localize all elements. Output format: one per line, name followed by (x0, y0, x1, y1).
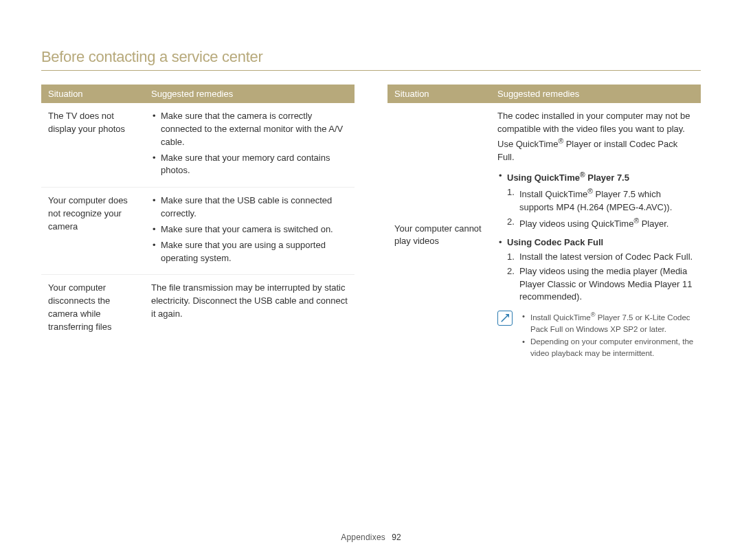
list-item: Make sure that your camera is switched o… (151, 223, 349, 236)
bullet-list: Using QuickTime® Player 7.5Install Quick… (497, 170, 695, 231)
bullet-list: Using Codec Pack FullInstall the latest … (497, 236, 695, 304)
list-item: Make sure that the camera is correctly c… (151, 110, 349, 149)
section-heading: Using QuickTime® Player 7.5 (507, 170, 695, 185)
intro-text: The codec installed in your computer may… (497, 110, 695, 164)
page: Before contacting a service center Situa… (0, 0, 742, 368)
list-item: Using Codec Pack FullInstall the latest … (497, 236, 695, 304)
left-column: Situation Suggested remedies The TV does… (41, 85, 355, 368)
list-item: Make sure that you are using a supported… (151, 239, 349, 265)
col-header-remedies: Suggested remedies (491, 85, 701, 103)
list-item: Make sure that the USB cable is connecte… (151, 194, 349, 221)
remedy-cell: Make sure that the USB cable is connecte… (144, 188, 355, 275)
page-title: Before contacting a service center (41, 48, 701, 71)
bullet-list: Make sure that the USB cable is connecte… (151, 194, 349, 265)
section-heading: Using Codec Pack Full (507, 236, 695, 249)
table-row: Your computer cannot play videos The cod… (387, 103, 701, 368)
col-header-situation: Situation (387, 85, 491, 103)
footer-section: Appendixes (341, 533, 385, 542)
list-item: Make sure that your memory card contains… (151, 152, 349, 178)
note-icon (497, 311, 513, 326)
situation-cell: Your computer cannot play videos (387, 103, 491, 368)
footer-page-number: 92 (392, 533, 401, 542)
remedy-cell: Make sure that the camera is correctly c… (144, 103, 355, 188)
table-row: The TV does not display your photosMake … (41, 103, 355, 188)
remedy-cell: The codec installed in your computer may… (491, 103, 701, 368)
right-table: Situation Suggested remedies Your comput… (387, 85, 701, 368)
situation-cell: The TV does not display your photos (41, 103, 144, 188)
list-item: Install the latest version of Codec Pack… (507, 251, 695, 264)
list-item: Install QuickTime® Player 7.5 or K-Lite … (521, 311, 695, 335)
table-row: Your computer disconnects the camera whi… (41, 275, 355, 341)
col-header-situation: Situation (41, 85, 144, 103)
bullet-list: Make sure that the camera is correctly c… (151, 110, 349, 177)
situation-cell: Your computer does not recognize your ca… (41, 188, 144, 275)
note-list: Install QuickTime® Player 7.5 or K-Lite … (521, 311, 695, 361)
list-item: Play videos using the media player (Medi… (507, 265, 695, 304)
content-columns: Situation Suggested remedies The TV does… (41, 85, 701, 368)
page-footer: Appendixes 92 (0, 533, 742, 542)
numbered-list: Install the latest version of Codec Pack… (507, 251, 695, 304)
situation-cell: Your computer disconnects the camera whi… (41, 275, 144, 341)
numbered-list: Install QuickTime® Player 7.5 which supp… (507, 186, 695, 231)
list-item: Depending on your computer environment, … (521, 336, 695, 359)
note-box: Install QuickTime® Player 7.5 or K-Lite … (497, 311, 695, 361)
table-row: Your computer does not recognize your ca… (41, 188, 355, 275)
list-item: Install QuickTime® Player 7.5 which supp… (507, 186, 695, 214)
list-item: Play videos using QuickTime® Player. (507, 216, 695, 231)
list-item: Using QuickTime® Player 7.5Install Quick… (497, 170, 695, 231)
right-column: Situation Suggested remedies Your comput… (387, 85, 701, 368)
left-table: Situation Suggested remedies The TV does… (41, 85, 355, 341)
col-header-remedies: Suggested remedies (144, 85, 355, 103)
remedy-cell: The file transmission may be interrupted… (144, 275, 355, 341)
